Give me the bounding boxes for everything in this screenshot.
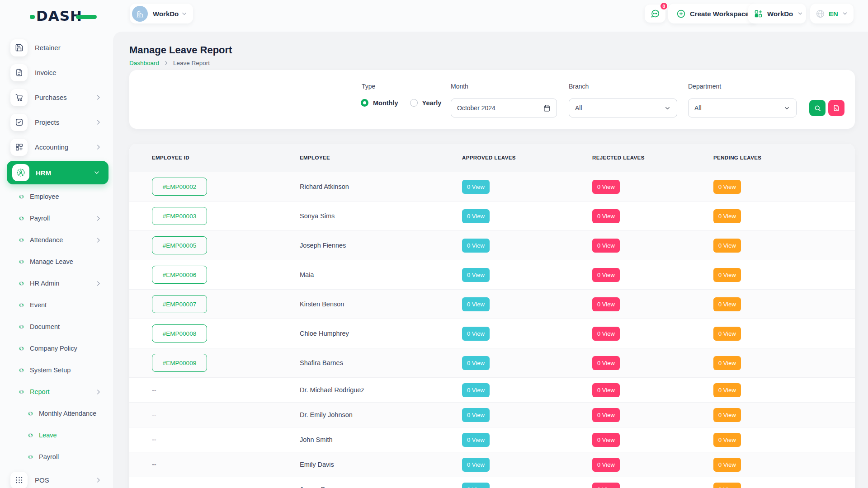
employee-id-pill[interactable]: #EMP00002 [152, 178, 207, 196]
sidebar-item-pos[interactable]: POS [0, 468, 113, 488]
approved-view-badge[interactable]: 0 View [462, 180, 490, 194]
col-rejected-leaves: REJECTED LEAVES [592, 155, 713, 160]
employee-id-pill[interactable]: #EMP00006 [152, 266, 207, 284]
sidebar-item-system-setup[interactable]: System Setup [0, 359, 113, 381]
sidebar-item-event[interactable]: Event [0, 294, 113, 316]
employee-name: Shafira Barnes [300, 359, 462, 366]
app-logo[interactable]: DASH [30, 8, 97, 23]
pending-view-badge[interactable]: 0 View [713, 327, 741, 341]
bullet-icon [19, 390, 24, 394]
approved-view-badge[interactable]: 0 View [462, 458, 490, 472]
messages-button[interactable]: 0 [645, 5, 665, 23]
sidebar-item-company-policy[interactable]: Company Policy [0, 338, 113, 359]
sidebar-item-monthly-attendance[interactable]: Monthly Attendance [0, 403, 113, 424]
sidebar-item-attendance[interactable]: Attendance [0, 229, 113, 251]
approved-view-badge[interactable]: 0 View [462, 408, 490, 422]
table-row: #EMP00008 Chloe Humphrey 0 View 0 View 0… [129, 319, 855, 348]
rejected-view-badge[interactable]: 0 View [592, 408, 620, 422]
sidebar-nav: Retainer Invoice Purchases Projects Acco… [0, 32, 113, 488]
pending-view-badge[interactable]: 0 View [713, 433, 741, 447]
filter-card: Type Month Branch Department Monthly Yea… [129, 70, 855, 129]
rejected-view-badge[interactable]: 0 View [592, 239, 620, 253]
pending-view-badge[interactable]: 0 View [713, 383, 741, 397]
calendar-icon [543, 104, 551, 112]
search-icon [814, 104, 821, 112]
sidebar-item-accounting[interactable]: Accounting [0, 135, 113, 160]
department-value: All [694, 104, 783, 112]
employee-name: Sonya Sims [300, 212, 462, 220]
reset-button[interactable] [828, 100, 844, 116]
rejected-view-badge[interactable]: 0 View [592, 297, 620, 311]
approved-view-badge[interactable]: 0 View [462, 433, 490, 447]
approved-view-badge[interactable]: 0 View [462, 327, 490, 341]
workspace-dropdown[interactable]: WorkDo [748, 4, 806, 23]
monthly-radio[interactable] [361, 99, 368, 107]
sidebar-item-manage-leave[interactable]: Manage Leave [0, 251, 113, 272]
rejected-view-badge[interactable]: 0 View [592, 327, 620, 341]
approved-view-badge[interactable]: 0 View [462, 483, 490, 488]
breadcrumb-dashboard-link[interactable]: Dashboard [129, 60, 159, 66]
sidebar-item-payroll[interactable]: Payroll [0, 207, 113, 229]
rejected-view-badge[interactable]: 0 View [592, 458, 620, 472]
approved-view-badge[interactable]: 0 View [462, 239, 490, 253]
department-filter-label: Department [688, 83, 721, 90]
sidebar-item-hr-admin[interactable]: HR Admin [0, 272, 113, 294]
create-workspace-button[interactable]: Create Workspace [668, 4, 757, 23]
sidebar-item-employee[interactable]: Employee [0, 186, 113, 207]
pending-view-badge[interactable]: 0 View [713, 483, 741, 488]
sidebar-item-document[interactable]: Document [0, 316, 113, 338]
pending-view-badge[interactable]: 0 View [713, 408, 741, 422]
invoice-icon [10, 64, 28, 81]
rejected-view-badge[interactable]: 0 View [592, 433, 620, 447]
rejected-view-badge[interactable]: 0 View [592, 180, 620, 194]
branch-value: All [575, 104, 664, 112]
yearly-radio[interactable] [410, 99, 418, 107]
monthly-radio-label: Monthly [373, 99, 398, 107]
employee-id-pill[interactable]: #EMP00008 [152, 324, 207, 343]
employee-name: Chloe Humphrey [300, 330, 462, 337]
employee-id-pill[interactable]: #EMP00009 [152, 354, 207, 372]
table-row: -- John Smith 0 View 0 View 0 View [129, 427, 855, 452]
table-row: -- Emily Davis 0 View 0 View 0 View [129, 452, 855, 477]
approved-view-badge[interactable]: 0 View [462, 268, 490, 282]
pending-view-badge[interactable]: 0 View [713, 209, 741, 223]
approved-view-badge[interactable]: 0 View [462, 356, 490, 370]
file-off-icon [833, 104, 840, 112]
pending-view-badge[interactable]: 0 View [713, 297, 741, 311]
month-input[interactable]: October 2024 [451, 99, 557, 117]
employee-id-empty: -- [152, 461, 300, 468]
workspace-selector[interactable]: WorkDo [130, 4, 193, 23]
rejected-view-badge[interactable]: 0 View [592, 483, 620, 488]
language-selector[interactable]: EN [810, 4, 854, 23]
branch-select[interactable]: All [569, 99, 677, 117]
sidebar-item-report[interactable]: Report [0, 381, 113, 403]
pending-view-badge[interactable]: 0 View [713, 356, 741, 370]
sidebar-item-payroll[interactable]: Payroll [0, 446, 113, 468]
bullet-icon [19, 260, 24, 264]
rejected-view-badge[interactable]: 0 View [592, 268, 620, 282]
employee-id-pill[interactable]: #EMP00003 [152, 207, 207, 225]
pending-view-badge[interactable]: 0 View [713, 239, 741, 253]
create-workspace-label: Create Workspace [690, 10, 749, 18]
sidebar-item-leave[interactable]: Leave [0, 424, 113, 446]
approved-view-badge[interactable]: 0 View [462, 209, 490, 223]
sidebar-item-hrm[interactable]: HRM [7, 161, 108, 184]
sidebar-item-projects[interactable]: Projects [0, 110, 113, 135]
rejected-view-badge[interactable]: 0 View [592, 356, 620, 370]
sidebar-item-purchases[interactable]: Purchases [0, 85, 113, 110]
approved-view-badge[interactable]: 0 View [462, 383, 490, 397]
employee-id-pill[interactable]: #EMP00005 [152, 236, 207, 254]
rejected-view-badge[interactable]: 0 View [592, 383, 620, 397]
pending-view-badge[interactable]: 0 View [713, 268, 741, 282]
sidebar-item-retainer[interactable]: Retainer [0, 35, 113, 60]
rejected-view-badge[interactable]: 0 View [592, 209, 620, 223]
search-button[interactable] [809, 100, 826, 116]
approved-view-badge[interactable]: 0 View [462, 297, 490, 311]
sidebar-item-invoice[interactable]: Invoice [0, 60, 113, 85]
hrm-icon [12, 164, 29, 181]
pending-view-badge[interactable]: 0 View [713, 458, 741, 472]
department-select[interactable]: All [688, 99, 797, 117]
employee-name: Dr. Michael Rodriguez [300, 386, 462, 394]
employee-id-pill[interactable]: #EMP00007 [152, 295, 207, 313]
pending-view-badge[interactable]: 0 View [713, 180, 741, 194]
